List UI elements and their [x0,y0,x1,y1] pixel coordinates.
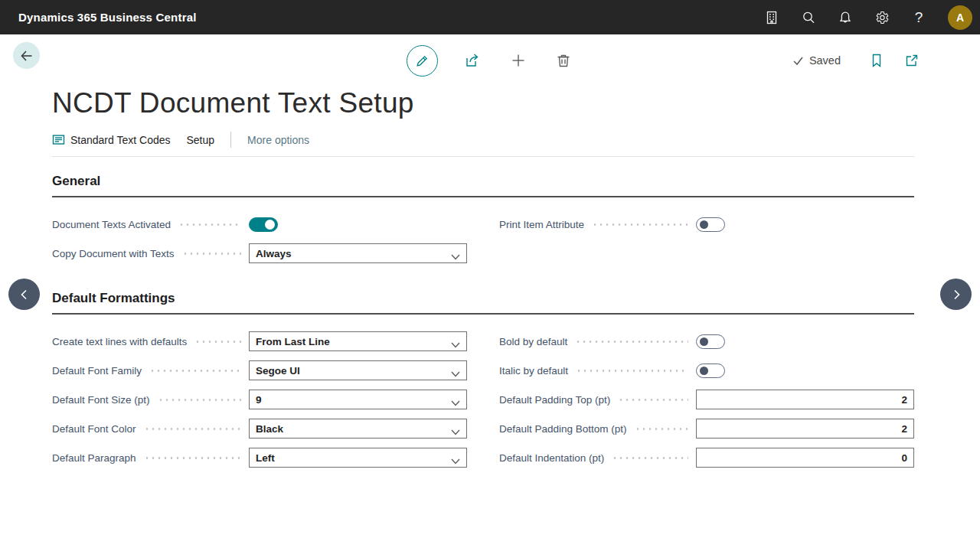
menu-standard-text-codes-label: Standard Text Codes [70,134,171,146]
check-icon [792,55,804,67]
chevron-down-icon [451,339,460,350]
chevron-left-icon [18,288,31,302]
pencil-icon [415,53,430,68]
menu-divider [230,132,231,148]
action-menu: Standard Text Codes Setup More options [52,132,914,157]
dotted-leader [592,223,688,226]
menu-more-options[interactable]: More options [247,134,309,146]
default-formattings-fields: Create text lines with defaults From Las… [52,331,914,468]
field-label: Italic by default [499,365,568,377]
top-bar: Dynamics 365 Business Central ? A [0,0,980,34]
dotted-leader [144,428,241,430]
notifications-icon[interactable] [833,5,858,30]
field-label: Copy Document with Texts [52,248,175,259]
dotted-leader [612,457,688,459]
chevron-down-icon [451,251,460,262]
select-value: From Last Line [256,336,330,347]
chevron-down-icon [451,397,460,409]
field-default-font-size: Default Font Size (pt) 9 [52,390,467,409]
new-button[interactable] [508,51,528,70]
default-padding-top-input[interactable] [696,390,914,409]
dotted-leader [178,223,241,226]
dotted-leader [158,399,241,401]
chevron-down-icon [451,368,460,380]
search-icon[interactable] [796,5,821,30]
previous-record-button[interactable] [8,279,40,310]
chevron-down-icon [451,426,460,438]
dotted-leader [618,399,688,401]
field-default-indentation: Default Indentation (pt) [499,448,914,468]
topbar-actions: ? A [760,5,972,30]
settings-icon[interactable] [870,5,894,30]
print-item-attribute-toggle[interactable] [696,217,725,232]
section-general-title[interactable]: General [52,174,914,197]
select-value: Segoe UI [256,365,300,377]
field-create-text-lines: Create text lines with defaults From Las… [52,331,467,351]
dotted-leader [144,457,241,459]
dotted-leader [182,253,241,255]
share-button[interactable] [463,51,483,70]
dotted-leader [635,428,688,430]
dotted-leader [149,370,241,372]
select-value: Black [256,423,283,435]
page-title: NCDT Document Text Setup [52,87,980,119]
bold-by-default-toggle[interactable] [696,334,725,349]
avatar-initial: A [956,11,964,24]
company-icon[interactable] [760,5,784,30]
empty-cell [499,243,914,263]
dotted-leader [576,370,688,372]
card-list-icon [52,133,65,146]
page-utilities: Saved [792,38,922,83]
chevron-right-icon [949,288,963,302]
delete-button[interactable] [554,51,573,70]
field-default-paragraph: Default Paragraph Left [52,448,467,468]
field-bold-by-default: Bold by default [499,331,914,351]
general-fields: Document Texts Activated Print Item Attr… [52,214,914,263]
document-texts-activated-toggle[interactable] [249,217,278,232]
field-label: Default Indentation (pt) [499,452,604,464]
avatar[interactable]: A [948,5,972,30]
field-label: Default Padding Bottom (pt) [499,423,627,435]
app-title[interactable]: Dynamics 365 Business Central [18,11,197,24]
saved-label: Saved [809,54,841,67]
field-label: Create text lines with defaults [52,336,187,347]
field-label: Default Padding Top (pt) [499,394,610,406]
copy-document-with-texts-select[interactable]: Always [249,243,467,263]
open-in-new-window-button[interactable] [902,51,922,70]
field-default-font-family: Default Font Family Segoe UI [52,360,467,380]
menu-standard-text-codes[interactable]: Standard Text Codes [52,133,171,146]
record-actions [407,38,573,83]
field-label: Document Texts Activated [52,219,171,230]
edit-button[interactable] [407,45,438,77]
help-icon[interactable]: ? [906,5,931,30]
default-font-size-select[interactable]: 9 [249,390,467,409]
default-padding-bottom-input[interactable] [696,419,914,439]
next-record-button[interactable] [940,279,972,310]
default-paragraph-select[interactable]: Left [249,448,467,468]
bookmark-button[interactable] [867,51,887,70]
section-general: General Document Texts Activated Print I… [52,174,914,263]
field-italic-by-default: Italic by default [499,360,914,380]
default-font-family-select[interactable]: Segoe UI [249,360,467,380]
italic-by-default-toggle[interactable] [696,364,725,378]
default-font-color-select[interactable]: Black [249,419,467,439]
field-label: Default Font Family [52,365,142,377]
section-default-formattings-title[interactable]: Default Formattings [52,291,914,315]
select-value: 9 [256,394,262,406]
section-default-formattings: Default Formattings Create text lines wi… [52,291,914,468]
menu-setup[interactable]: Setup [187,134,215,146]
field-document-texts-activated: Document Texts Activated [52,214,467,234]
action-bar: Saved [0,38,980,83]
field-label: Print Item Attribute [499,219,584,230]
field-label: Default Paragraph [52,452,136,464]
dotted-leader [575,341,688,343]
field-label: Bold by default [499,336,567,347]
field-default-padding-bottom: Default Padding Bottom (pt) [499,419,914,439]
back-button[interactable] [13,42,40,69]
field-label: Default Font Color [52,423,136,435]
select-value: Always [256,248,292,259]
create-text-lines-select[interactable]: From Last Line [249,331,467,351]
default-indentation-input[interactable] [696,448,914,468]
field-label: Default Font Size (pt) [52,394,150,406]
field-default-padding-top: Default Padding Top (pt) [499,390,914,409]
